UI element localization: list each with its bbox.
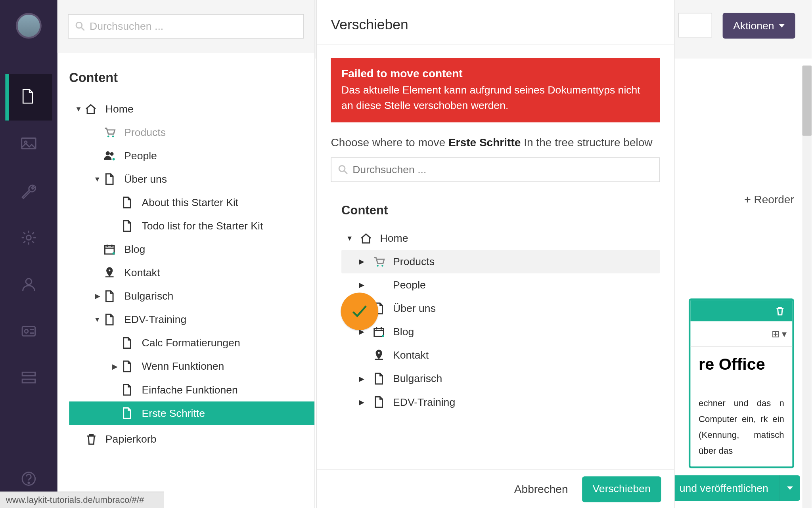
svg-point-11 xyxy=(107,136,109,137)
tree-label: Calc Formatierungen xyxy=(142,337,240,349)
svg-point-23 xyxy=(382,335,384,337)
search-icon xyxy=(75,21,88,34)
tree-label: Products xyxy=(393,256,435,268)
tree-node-bulgarisch[interactable]: ▶ Bulgarisch xyxy=(69,285,314,308)
help-icon xyxy=(20,470,37,487)
left-panel: Content ▼ Home Products People ▼ Über un… xyxy=(57,0,315,508)
tree-label: About this Starter Kit xyxy=(142,197,238,209)
tree-label: EDV-Training xyxy=(393,396,455,408)
tree-node-products[interactable]: Products xyxy=(69,120,314,144)
nav-users[interactable] xyxy=(5,261,52,308)
tree-node-kontakt[interactable]: Kontakt xyxy=(69,261,314,285)
tree-node-edv-erste[interactable]: Erste Schritte xyxy=(69,401,314,425)
nav-content[interactable] xyxy=(5,74,52,120)
svg-point-21 xyxy=(381,265,383,267)
tree-node-recycle[interactable]: Papierkorb xyxy=(69,427,314,451)
avatar[interactable] xyxy=(16,13,42,38)
modal-search-input[interactable] xyxy=(331,158,660,182)
search-icon xyxy=(338,164,349,175)
home-icon xyxy=(83,102,98,115)
svg-point-20 xyxy=(377,265,378,267)
modal-node-products[interactable]: ▶ Products xyxy=(341,250,660,273)
file-icon xyxy=(102,290,117,302)
nav-developer[interactable] xyxy=(5,214,52,261)
choose-text: Choose where to move Erste Schritte In t… xyxy=(331,136,660,149)
content-tree: Content ▼ Home Products People ▼ Über un… xyxy=(57,53,314,508)
modal-node-bulgarisch[interactable]: ▶ Bulgarisch xyxy=(341,367,660,390)
file-icon xyxy=(119,336,134,349)
modal-node-kontakt[interactable]: ▶ Kontakt xyxy=(341,344,660,367)
tree-node-todo-starter[interactable]: Todo list for the Starter Kit xyxy=(69,214,314,238)
file-icon xyxy=(119,220,134,232)
modal-node-blog[interactable]: ▶ Blog xyxy=(341,320,660,344)
file-icon xyxy=(119,407,134,420)
modal-body: Failed to move content Das aktuelle Elem… xyxy=(317,45,674,470)
svg-point-5 xyxy=(25,330,28,333)
tree-label: Papierkorb xyxy=(105,433,157,445)
actions-button[interactable]: Aktionen xyxy=(723,13,795,38)
editor-title: re Office xyxy=(699,355,784,374)
tree-label: Blog xyxy=(393,326,414,338)
tree-node-edv-einfache[interactable]: Einfache Funktionen xyxy=(69,378,314,401)
svg-point-19 xyxy=(339,166,345,172)
tree-label: Bulgarisch xyxy=(124,290,173,302)
status-bar: www.laykit-tutorials.de/umbraco/#/# xyxy=(0,492,164,508)
tree-label: Home xyxy=(380,232,408,244)
file-icon xyxy=(119,383,134,396)
people-icon xyxy=(102,149,117,162)
move-button[interactable]: Verschieben xyxy=(582,476,661,502)
modal-node-uber[interactable]: ▶ Über uns xyxy=(341,297,660,320)
publish-dropdown-button[interactable] xyxy=(779,475,800,501)
nav-media[interactable] xyxy=(5,120,52,167)
tree-node-blog[interactable]: Blog xyxy=(69,238,314,261)
tree-node-edv-wenn[interactable]: ▶ Wenn Funktionen xyxy=(69,355,314,378)
forms-icon xyxy=(20,369,37,387)
nav-strip xyxy=(0,0,57,508)
image-icon xyxy=(20,135,37,153)
tree-node-about-starter[interactable]: About this Starter Kit xyxy=(69,191,314,214)
nav-settings[interactable] xyxy=(5,167,52,214)
svg-point-15 xyxy=(113,158,115,160)
tree-label: Blog xyxy=(124,243,145,256)
nav-forms[interactable] xyxy=(5,355,52,401)
tree-label: People xyxy=(124,149,157,162)
error-alert: Failed to move content Das aktuelle Elem… xyxy=(331,58,660,122)
modal-node-home[interactable]: ▼ Home xyxy=(341,227,660,250)
scrollbar[interactable] xyxy=(802,65,812,508)
tree-label: People xyxy=(393,279,426,291)
tree-node-uber-uns[interactable]: ▼ Über uns xyxy=(69,167,314,191)
tree-label: EDV-Training xyxy=(124,313,186,326)
publish-button[interactable]: und veröffentlichen xyxy=(669,475,779,501)
actions-label: Aktionen xyxy=(733,19,774,32)
tree-label: Todo list for the Starter Kit xyxy=(142,220,263,232)
left-search-wrap xyxy=(57,0,314,53)
badge-icon xyxy=(20,323,37,340)
tree-label: Wenn Funktionen xyxy=(142,360,224,372)
cancel-button[interactable]: Abbrechen xyxy=(514,483,568,495)
publish-bar: und veröffentlichen xyxy=(669,475,800,501)
wrench-icon xyxy=(20,182,37,199)
svg-point-10 xyxy=(76,22,82,28)
calendar-icon xyxy=(371,325,387,338)
alert-message: Das aktuelle Element kann aufgrund seine… xyxy=(341,82,649,113)
svg-point-24 xyxy=(378,352,380,354)
modal-node-edv[interactable]: ▶ EDV-Training xyxy=(341,390,660,414)
file-icon xyxy=(371,372,387,385)
modal-node-people[interactable]: ▶ · People xyxy=(341,273,660,297)
alert-title: Failed to move content xyxy=(341,67,649,80)
tree-node-edv[interactable]: ▼ EDV-Training xyxy=(69,308,314,331)
tree-node-edv-calc[interactable]: Calc Formatierungen xyxy=(69,331,314,355)
file-icon xyxy=(20,88,37,106)
tree-node-people[interactable]: People xyxy=(69,144,314,167)
unknown-input[interactable] xyxy=(678,13,712,37)
tree-node-home[interactable]: ▼ Home xyxy=(69,97,314,120)
trash-icon[interactable] xyxy=(775,306,785,316)
nav-members[interactable] xyxy=(5,308,52,355)
svg-point-3 xyxy=(26,279,32,285)
scrollbar-thumb[interactable] xyxy=(802,65,812,136)
left-search-input[interactable] xyxy=(68,14,304,38)
table-icon[interactable]: ⊞ ▾ xyxy=(772,328,787,340)
svg-point-13 xyxy=(106,152,109,155)
tree-title: Content xyxy=(69,70,314,85)
svg-point-18 xyxy=(108,269,111,271)
